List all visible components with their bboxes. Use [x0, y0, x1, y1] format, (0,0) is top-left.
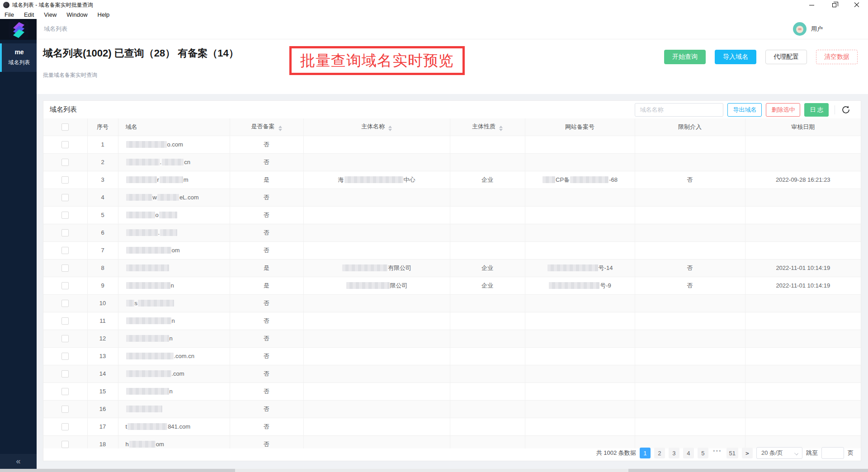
sort-caret-icon[interactable] [278, 126, 282, 131]
delete-selected-button[interactable]: 删除选中 [766, 103, 800, 117]
cell-subject [303, 189, 450, 206]
action-button-blue[interactable]: 导入域名 [715, 50, 756, 64]
sort-caret-icon[interactable] [388, 126, 392, 131]
cell-nature [450, 312, 525, 330]
sort-caret-icon[interactable] [499, 126, 503, 131]
row-checkbox[interactable] [61, 423, 69, 430]
window-title: 域名列表 - 域名备案实时批量查询 [12, 1, 93, 9]
total-count: 共 1002 条数据 [596, 449, 636, 457]
cell-date [745, 224, 861, 241]
select-all-checkbox[interactable] [61, 123, 69, 131]
collapse-icon: « [16, 457, 20, 466]
cell-checkbox [43, 347, 87, 365]
divider [835, 105, 835, 114]
user-menu[interactable]: 用户 [793, 22, 823, 36]
next-page-button[interactable]: > [742, 448, 753, 458]
cell-restrict: 否 [635, 171, 745, 189]
row-checkbox[interactable] [61, 282, 69, 289]
column-header-restrict: 限制介入 [635, 118, 745, 136]
menu-help[interactable]: Help [98, 11, 110, 18]
row-checkbox[interactable] [61, 212, 69, 219]
domain-list-card: 域名列表 导出域名 删除选中 日 志 序号域名是否备案 [43, 100, 861, 461]
column-header-subject[interactable]: 主体名称 [303, 118, 450, 136]
cell-restrict [635, 153, 745, 171]
cell-beian: 否 [230, 365, 303, 382]
redacted-block [342, 264, 387, 271]
row-checkbox[interactable] [61, 247, 69, 254]
action-button-danger-dashed[interactable]: 清空数据 [816, 50, 858, 64]
column-header-nature[interactable]: 主体性质 [450, 118, 525, 136]
page-button-4[interactable]: 4 [683, 448, 694, 458]
row-checkbox[interactable] [61, 353, 69, 360]
row-checkbox[interactable] [61, 229, 69, 236]
pagination-ellipsis[interactable]: ••• [712, 448, 723, 458]
page-button-1[interactable]: 1 [640, 448, 651, 458]
card-header: 域名列表 导出域名 删除选中 日 志 [43, 101, 861, 118]
cell-license [525, 224, 635, 241]
app-logo[interactable] [0, 19, 37, 40]
page-size-value: 20 条/页 [761, 449, 783, 457]
cell-subject [303, 435, 450, 448]
column-header-beian[interactable]: 是否备案 [230, 118, 303, 136]
cell-domain [118, 259, 230, 277]
table-row: 16否 [43, 400, 861, 418]
table-row: 2.cn否 [43, 153, 861, 171]
cell-nature [450, 206, 525, 224]
row-checkbox[interactable] [61, 441, 69, 448]
content-area: 域名列表 导出域名 删除选中 日 志 序号域名是否备案 [37, 94, 868, 469]
row-checkbox[interactable] [61, 317, 69, 325]
row-checkbox[interactable] [61, 264, 69, 272]
minimize-icon [809, 5, 814, 5]
cell-no: 4 [87, 189, 118, 206]
page-button-2[interactable]: 2 [654, 448, 665, 458]
action-button-plain[interactable]: 代理配置 [765, 50, 807, 64]
cell-nature [450, 136, 525, 153]
row-checkbox[interactable] [61, 300, 69, 307]
close-button[interactable] [845, 0, 868, 10]
menu-edit[interactable]: Edit [24, 11, 34, 18]
log-button[interactable]: 日 志 [804, 103, 829, 117]
cell-restrict: 否 [635, 277, 745, 294]
page-button-51[interactable]: 51 [726, 448, 738, 458]
page-button-3[interactable]: 3 [669, 448, 679, 458]
row-checkbox[interactable] [61, 406, 69, 413]
cell-restrict [635, 365, 745, 382]
table-row: 3rm是海中心企业CP备-68否2022-09-28 16:21:23 [43, 171, 861, 189]
cell-no: 13 [87, 347, 118, 365]
redacted-block [126, 370, 171, 377]
cell-restrict [635, 400, 745, 418]
refresh-icon[interactable] [841, 105, 851, 115]
cell-checkbox [43, 294, 87, 312]
menu-window[interactable]: Window [66, 11, 87, 18]
row-checkbox[interactable] [61, 370, 69, 378]
cell-no: 2 [87, 153, 118, 171]
sidebar: me 域名列表 « [0, 19, 37, 469]
close-icon [854, 2, 859, 8]
cell-license [525, 365, 635, 382]
sidebar-item-domain-list[interactable]: me 域名列表 [0, 43, 37, 72]
menu-view[interactable]: View [44, 11, 57, 18]
sidebar-collapse-button[interactable]: « [0, 454, 37, 469]
row-checkbox[interactable] [61, 388, 69, 395]
search-input[interactable] [635, 103, 723, 117]
cell-checkbox [43, 241, 87, 259]
row-checkbox[interactable] [61, 335, 69, 342]
redacted-block [126, 194, 152, 201]
row-checkbox[interactable] [61, 141, 69, 148]
export-domains-button[interactable]: 导出域名 [727, 103, 762, 117]
row-checkbox[interactable] [61, 159, 69, 166]
page-button-5[interactable]: 5 [698, 448, 708, 458]
row-checkbox[interactable] [61, 194, 69, 201]
page-size-select[interactable]: 20 条/页 [756, 447, 802, 459]
minimize-button[interactable] [800, 0, 823, 10]
redacted-block [162, 159, 184, 165]
row-checkbox[interactable] [61, 176, 69, 184]
jump-page-input[interactable] [821, 447, 844, 459]
menu-file[interactable]: File [5, 11, 14, 18]
cell-subject [303, 330, 450, 347]
cell-no: 1 [87, 136, 118, 153]
action-button-green[interactable]: 开始查询 [664, 50, 706, 64]
restore-button[interactable] [823, 0, 845, 10]
cell-nature [450, 382, 525, 400]
cell-date: 2022-09-28 16:21:23 [745, 171, 861, 189]
